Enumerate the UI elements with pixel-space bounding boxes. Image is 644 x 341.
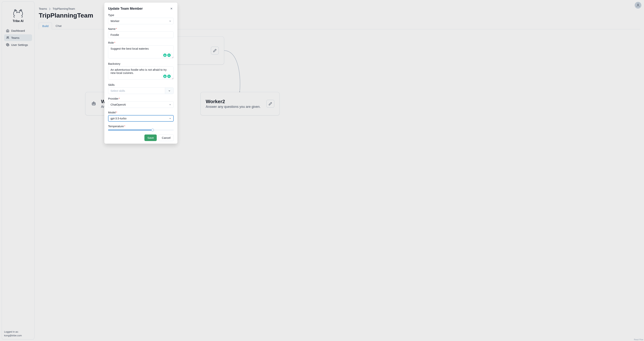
name-label: Name* [108,27,174,31]
slider-fill [108,130,152,130]
type-label: Type [108,14,174,17]
grammarly-widget[interactable]: ◎ G [162,53,172,58]
slider-thumb[interactable] [151,129,154,131]
type-select[interactable]: Worker [108,18,174,24]
backstory-label: Backstory [108,62,174,65]
chevron-down-icon [168,90,171,92]
skills-placeholder: Select skills [108,88,165,94]
skills-select[interactable]: Select skills [108,88,174,94]
skills-label: Skills [108,83,174,86]
modal-title: Update Team Member [108,7,143,11]
grammarly-bulb-icon: ◎ [163,75,166,78]
grammarly-widget[interactable]: ◎ G [162,74,172,79]
update-team-member-modal: Update Team Member Type Worker Name* Rol… [104,3,178,144]
provider-label: Provider* [108,97,174,100]
grammarly-g-icon: G [167,54,171,57]
save-button[interactable]: Save [144,135,157,141]
name-input[interactable] [108,32,174,38]
provider-select[interactable]: ChatOpenAI [108,101,174,108]
modal-overlay[interactable] [0,0,644,341]
cancel-button[interactable]: Cancel [158,135,174,141]
model-select[interactable]: gpt-3.5-turbo [108,115,174,122]
role-label: Role* [108,41,174,44]
grammarly-bulb-icon: ◎ [163,54,166,57]
skills-dropdown-button[interactable] [165,88,174,94]
model-label: Model* [108,111,174,114]
temperature-label: Temperature* [108,125,174,128]
close-button[interactable] [169,6,174,11]
temperature-slider[interactable] [108,130,174,130]
grammarly-g-icon: G [167,75,171,78]
close-icon [170,7,173,10]
